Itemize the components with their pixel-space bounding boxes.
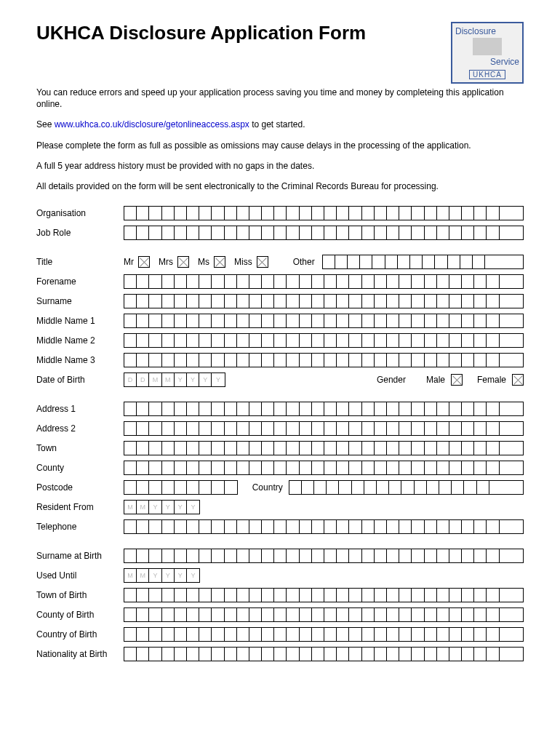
male-checkbox[interactable] (451, 374, 463, 386)
other-title-input[interactable] (322, 255, 524, 269)
country-birth-label: Country of Birth (36, 629, 124, 640)
mrs-checkbox[interactable] (177, 256, 189, 268)
intro-text: You can reduce errors and speed up your … (36, 87, 524, 192)
mr-checkbox[interactable] (138, 256, 150, 268)
male-label: Male (426, 375, 445, 385)
personal-section: Title Mr Mrs Ms Miss Other Forename Surn… (36, 254, 524, 388)
miss-label: Miss (234, 257, 252, 267)
address2-label: Address 2 (36, 423, 124, 434)
county-birth-input[interactable] (124, 607, 524, 622)
forename-input[interactable] (124, 274, 524, 289)
job-role-label: Job Role (36, 228, 124, 238)
other-label: Other (293, 257, 315, 267)
county-input[interactable] (124, 461, 524, 475)
used-until-label: Used Until (36, 570, 124, 581)
middle3-label: Middle Name 3 (36, 355, 124, 365)
telephone-input[interactable] (124, 519, 524, 534)
address1-label: Address 1 (36, 404, 124, 414)
logo-org: UKHCA (469, 70, 505, 79)
mrs-label: Mrs (159, 257, 173, 267)
town-input[interactable] (124, 441, 524, 455)
dob-input[interactable]: DDMMYYYY (124, 372, 225, 387)
surname-label: Surname (36, 296, 124, 306)
middle1-input[interactable] (124, 314, 524, 328)
mr-label: Mr (124, 257, 134, 267)
middle2-input[interactable] (124, 333, 524, 348)
postcode-input[interactable] (124, 480, 238, 495)
resident-from-label: Resident From (36, 502, 124, 512)
country-input[interactable] (289, 480, 524, 495)
forename-label: Forename (36, 276, 124, 287)
ukhca-logo: Disclosure Service UKHCA (451, 22, 524, 84)
address-section: Address 1 Address 2 Town County Postcode… (36, 401, 524, 535)
ms-label: Ms (198, 257, 209, 267)
female-checkbox[interactable] (512, 374, 524, 386)
page-title: UKHCA Disclosure Application Form (36, 22, 366, 44)
gender-label: Gender (377, 375, 406, 385)
middle1-label: Middle Name 1 (36, 316, 124, 326)
dob-label: Date of Birth (36, 375, 124, 385)
used-until-input[interactable]: MMYYYY (124, 568, 200, 583)
telephone-label: Telephone (36, 522, 124, 532)
intro-p4: A full 5 year address history must be pr… (36, 160, 524, 172)
town-birth-label: Town of Birth (36, 590, 124, 600)
organisation-input[interactable] (124, 206, 524, 220)
address1-input[interactable] (124, 402, 524, 416)
address2-input[interactable] (124, 421, 524, 436)
town-label: Town (36, 443, 124, 453)
birth-section: Surname at Birth Used Until MMYYYY Town … (36, 548, 524, 662)
intro-p5: All details provided on the form will be… (36, 180, 524, 192)
surname-birth-label: Surname at Birth (36, 551, 124, 561)
intro-p3: Please complete the form as full as poss… (36, 140, 524, 151)
county-birth-label: County of Birth (36, 610, 124, 620)
town-birth-input[interactable] (124, 588, 524, 602)
organisation-label: Organisation (36, 208, 124, 218)
middle2-label: Middle Name 2 (36, 335, 124, 346)
country-birth-input[interactable] (124, 627, 524, 642)
nationality-label: Nationality at Birth (36, 649, 124, 659)
intro-p2: See www.ukhca.co.uk/disclosure/getonline… (36, 119, 524, 130)
title-label: Title (36, 257, 124, 267)
county-label: County (36, 463, 124, 473)
logo-word-2: Service (490, 57, 519, 67)
org-section: Organisation Job Role (36, 205, 524, 241)
ms-checkbox[interactable] (214, 256, 225, 268)
intro-p1: You can reduce errors and speed up your … (36, 87, 524, 110)
middle3-input[interactable] (124, 353, 524, 367)
surname-birth-input[interactable] (124, 549, 524, 563)
country-label: Country (252, 482, 283, 493)
surname-input[interactable] (124, 294, 524, 308)
job-role-input[interactable] (124, 226, 524, 240)
nationality-input[interactable] (124, 647, 524, 661)
miss-checkbox[interactable] (257, 256, 268, 268)
logo-word-1: Disclosure (455, 26, 496, 36)
online-access-link[interactable]: www.ukhca.co.uk/disclosure/getonlineacce… (55, 119, 249, 130)
postcode-label: Postcode (36, 482, 124, 493)
female-label: Female (477, 375, 506, 385)
resident-from-input[interactable]: MMYYYY (124, 500, 200, 514)
logo-map-icon (473, 38, 502, 55)
